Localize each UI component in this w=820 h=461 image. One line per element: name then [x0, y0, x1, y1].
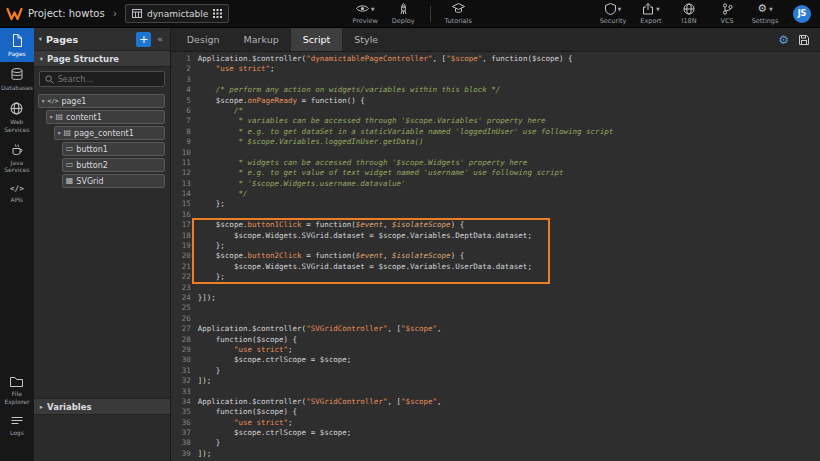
vcs-button[interactable]: VCS	[708, 3, 746, 25]
code-line[interactable]: 38 }	[171, 438, 820, 448]
sidebar-item-web-services[interactable]: Web Services	[0, 96, 34, 137]
layout-icon: ▤	[64, 129, 72, 137]
add-page-button[interactable]: +	[136, 32, 151, 47]
code-line[interactable]: 10	[171, 148, 820, 158]
code-text: $scope.button1Click = function($event, $…	[191, 220, 464, 230]
code-text: function($scope) {	[191, 407, 297, 417]
code-line[interactable]: 16	[171, 210, 820, 220]
page-structure-title: Page Structure	[47, 54, 119, 64]
wavemaker-logo-icon[interactable]	[0, 7, 28, 21]
code-line[interactable]: 7 * variables can be accessed through '$…	[171, 116, 820, 126]
script-editor[interactable]: 1Application.$controller("dynamictablePa…	[171, 52, 820, 461]
page-structure-header[interactable]: ▾ Page Structure	[34, 50, 170, 67]
code-line[interactable]: 39]);	[171, 449, 820, 459]
caret-down-icon[interactable]: ▾	[50, 114, 53, 120]
pages-panel-header[interactable]: ▾ Pages + «	[34, 28, 170, 50]
preview-button[interactable]: ▼ Preview	[346, 3, 384, 25]
tab-markup[interactable]: Markup	[232, 28, 291, 51]
tree-item-page-content1[interactable]: ▾ ▤ page_content1	[54, 126, 165, 140]
editor-settings-gear-icon[interactable]: ⚙	[778, 34, 789, 46]
caret-down-icon[interactable]: ▾	[58, 130, 61, 136]
tutorials-button[interactable]: Tutorials	[439, 3, 477, 25]
code-line[interactable]: 21 $scope.Widgets.SVGrid.dataset = $scop…	[171, 262, 820, 272]
code-line[interactable]: 23	[171, 283, 820, 293]
apps-grid-icon[interactable]	[213, 9, 222, 18]
code-line[interactable]: 13 * '$scope.Widgets.username.datavalue'	[171, 179, 820, 189]
page-selector-dropdown[interactable]: dynamictable	[125, 4, 229, 23]
tab-design[interactable]: Design	[175, 28, 232, 51]
code-line[interactable]: 24}]);	[171, 293, 820, 303]
code-line[interactable]: 18 $scope.Widgets.SVGrid.dataset = $scop…	[171, 231, 820, 241]
code-line[interactable]: 25	[171, 303, 820, 313]
sidebar-item-logs[interactable]: Logs	[0, 410, 34, 441]
code-line[interactable]: 36 "use strict";	[171, 418, 820, 428]
sidebar-item-label: Java Services	[1, 159, 33, 173]
code-line[interactable]: 11 * widgets can be accessed through '$s…	[171, 158, 820, 168]
variables-header[interactable]: ▸ Variables	[34, 398, 170, 415]
code-line[interactable]: 34Application.$controller("SVGridControl…	[171, 397, 820, 407]
code-text: * variables can be accessed through '$sc…	[191, 116, 546, 126]
code-line[interactable]: 31 }	[171, 366, 820, 376]
table-icon	[132, 9, 142, 18]
code-line[interactable]: 27Application.$controller("SVGridControl…	[171, 324, 820, 334]
caret-down-icon: ▾	[39, 35, 42, 43]
sidebar-item-label: Logs	[10, 429, 24, 436]
i18n-button[interactable]: I18N	[670, 3, 708, 25]
code-text: };	[191, 241, 225, 251]
breadcrumb-chevron-icon: ›	[113, 7, 117, 20]
code-line[interactable]: 4 /* perform any action on widgets/varia…	[171, 85, 820, 95]
topbar-divider	[430, 6, 431, 22]
tree-item-content1[interactable]: ▾ ▤ content1	[46, 110, 165, 124]
code-line[interactable]: 3	[171, 75, 820, 85]
caret-down-icon[interactable]: ▾	[42, 98, 45, 104]
code-line[interactable]: 37 $scope.ctrlScope = $scope;	[171, 428, 820, 438]
code-line[interactable]: 6 /*	[171, 106, 820, 116]
sidebar-item-java-services[interactable]: Java Services	[0, 138, 34, 178]
code-line[interactable]: 29 "use strict";	[171, 345, 820, 355]
tree-item-button2[interactable]: ▭ button2	[62, 158, 165, 172]
code-line[interactable]: 28 function($scope) {	[171, 335, 820, 345]
code-line[interactable]: 19 };	[171, 241, 820, 251]
code-line[interactable]: 20 $scope.button2Click = function($event…	[171, 251, 820, 261]
code-text: }	[191, 438, 221, 448]
code-line[interactable]: 22 };	[171, 272, 820, 282]
code-line[interactable]: 5 $scope.onPageReady = function() {	[171, 96, 820, 106]
sidebar-item-databases[interactable]: Databases	[0, 62, 34, 96]
save-icon[interactable]	[798, 34, 810, 46]
line-number: 31	[171, 366, 191, 376]
collapse-panel-icon[interactable]: «	[155, 34, 165, 44]
search-input[interactable]	[58, 75, 159, 84]
code-line[interactable]: 9 * $scope.Variables.loggedInUser.getDat…	[171, 137, 820, 147]
tab-script[interactable]: Script	[291, 28, 343, 51]
sidebar-item-pages[interactable]: Pages	[0, 28, 34, 62]
line-number: 14	[171, 189, 191, 199]
line-number: 16	[171, 210, 191, 220]
security-button[interactable]: ▼ Security	[594, 3, 632, 25]
export-button[interactable]: ▼ Export	[632, 3, 670, 25]
user-avatar[interactable]: JS	[793, 5, 811, 23]
code-line[interactable]: 35 function($scope) {	[171, 407, 820, 417]
sidebar-item-file-explorer[interactable]: File Explorer	[0, 370, 34, 409]
code-line[interactable]: 12 * e.g. to get value of text widget na…	[171, 168, 820, 178]
sidebar-item-apis[interactable]: </> APIs	[0, 178, 34, 208]
settings-button[interactable]: ⚙ ▼ Settings	[746, 3, 784, 25]
code-line[interactable]: 32]);	[171, 376, 820, 386]
code-line[interactable]: 17 $scope.button1Click = function($event…	[171, 220, 820, 230]
page-icon: </>	[48, 98, 59, 104]
code-line[interactable]: 26	[171, 314, 820, 324]
code-line[interactable]: 14 */	[171, 189, 820, 199]
code-line[interactable]: 8 * e.g. to get dataSet in a staticVaria…	[171, 127, 820, 137]
branch-icon	[722, 3, 733, 15]
code-text: Application.$controller("dynamictablePag…	[191, 54, 573, 64]
code-line[interactable]: 2 "use strict";	[171, 64, 820, 74]
code-text: * e.g. to get value of text widget named…	[191, 168, 564, 178]
tree-item-page1[interactable]: ▾ </> page1	[38, 94, 165, 108]
tree-item-button1[interactable]: ▭ button1	[62, 142, 165, 156]
tree-item-svgrid[interactable]: ▦ SVGrid	[62, 174, 165, 188]
deploy-button[interactable]: Deploy	[384, 3, 422, 25]
tab-style[interactable]: Style	[342, 28, 390, 51]
code-line[interactable]: 30 $scope.ctrlScope = $scope;	[171, 355, 820, 365]
code-line[interactable]: 1Application.$controller("dynamictablePa…	[171, 54, 820, 64]
code-line[interactable]: 33	[171, 387, 820, 397]
code-line[interactable]: 15 };	[171, 199, 820, 209]
